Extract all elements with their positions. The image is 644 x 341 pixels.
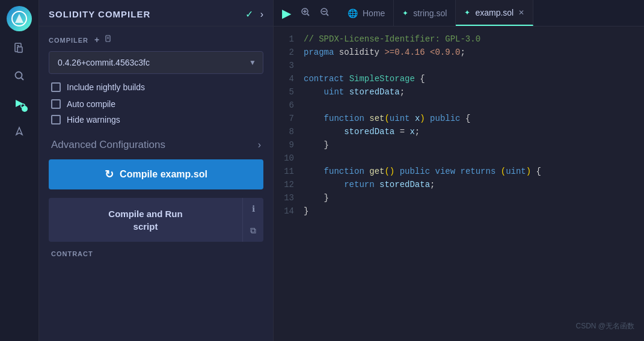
- compile-run-wrapper: Compile and Run script ℹ ⧉: [49, 198, 263, 242]
- sidebar-title: SOLIDITY COMPILER: [49, 9, 150, 19]
- icon-bar: [0, 0, 39, 341]
- line-numbers: 1234567891011121314: [274, 32, 304, 335]
- svg-marker-1: [15, 14, 23, 23]
- svg-line-16: [307, 14, 309, 16]
- compiler-label-icons: +: [94, 35, 113, 45]
- sidebar-header-icons: ✓ ›: [245, 8, 263, 20]
- compile-button[interactable]: ↻ Compile examp.sol: [49, 159, 263, 189]
- tab-examp-close-icon[interactable]: ✕: [518, 8, 524, 17]
- compile-run-actions: ℹ ⧉: [242, 198, 263, 242]
- compile-run-button[interactable]: Compile and Run script: [49, 198, 242, 242]
- tab-home-label: Home: [363, 8, 385, 18]
- compiler-label-text: COMPILER: [49, 37, 88, 44]
- sidebar-item-compiler[interactable]: [8, 93, 30, 114]
- file-compiler-icon[interactable]: [105, 35, 113, 45]
- nightly-builds-checkbox[interactable]: [51, 82, 61, 92]
- sidebar-item-search[interactable]: [8, 65, 30, 87]
- svg-line-7: [22, 78, 24, 81]
- hide-warnings-row: Hide warnings: [49, 115, 263, 124]
- compile-run-info-button[interactable]: ℹ: [243, 198, 263, 220]
- svg-point-6: [16, 72, 22, 79]
- nightly-builds-row: Include nightly builds: [49, 82, 263, 92]
- sidebar-item-deploy[interactable]: [8, 120, 30, 142]
- editor-tabs-bar: ▶ 🌐 Home ✦ st: [274, 0, 644, 26]
- copy-icon: ⧉: [250, 226, 256, 236]
- tab-string-label: string.sol: [413, 8, 447, 18]
- svg-line-20: [327, 14, 328, 16]
- compiler-label-row: COMPILER +: [49, 35, 263, 45]
- editor-toolbar: ▶: [278, 4, 333, 23]
- hide-warnings-checkbox[interactable]: [51, 115, 61, 124]
- editor-area: ▶ 🌐 Home ✦ st: [274, 0, 644, 341]
- compiler-version-wrapper: 0.4.26+commit.4563c3fc ▼: [49, 51, 263, 74]
- compile-refresh-icon: ↻: [105, 168, 114, 181]
- advanced-configurations-section[interactable]: Advanced Configurations ›: [49, 131, 263, 159]
- compile-run-copy-button[interactable]: ⧉: [243, 220, 263, 242]
- advanced-configurations-title: Advanced Configurations: [51, 139, 165, 151]
- auto-compile-checkbox[interactable]: [51, 99, 61, 109]
- tab-home[interactable]: 🌐 Home: [339, 0, 394, 26]
- tab-string-icon: ✦: [402, 9, 408, 17]
- zoom-in-icon[interactable]: [297, 5, 314, 22]
- info-icon: ℹ: [252, 204, 255, 214]
- compile-run-label: Compile and Run script: [108, 209, 182, 232]
- sidebar-panel: SOLIDITY COMPILER ✓ › COMPILER +: [39, 0, 274, 341]
- advanced-chevron-icon: ›: [258, 140, 261, 150]
- svg-marker-11: [16, 127, 22, 135]
- compile-button-label: Compile examp.sol: [120, 169, 207, 180]
- app-logo: [7, 6, 32, 31]
- auto-compile-row: Auto compile: [49, 99, 263, 109]
- svg-rect-5: [17, 47, 22, 52]
- add-compiler-icon[interactable]: +: [94, 35, 100, 45]
- watermark: CSDN @无名函数: [575, 321, 634, 331]
- tab-examp-icon: ✦: [464, 8, 470, 17]
- compiler-version-select[interactable]: 0.4.26+commit.4563c3fc: [49, 51, 263, 74]
- chevron-right-icon[interactable]: ›: [260, 9, 263, 20]
- auto-compile-label: Auto compile: [67, 99, 115, 109]
- sidebar-header: SOLIDITY COMPILER ✓ ›: [39, 0, 273, 26]
- sidebar-content: COMPILER + 0.4.26+commit.4563c3fc ▼: [39, 26, 273, 266]
- hide-warnings-label: Hide warnings: [67, 115, 120, 124]
- code-editor[interactable]: 1234567891011121314 // SPDX-License-Iden…: [274, 26, 644, 341]
- tab-home-icon: 🌐: [348, 8, 358, 18]
- code-content: // SPDX-License-Identifier: GPL-3.0pragm…: [304, 32, 644, 335]
- contract-label: CONTRACT: [49, 250, 263, 257]
- active-badge: [22, 106, 28, 112]
- tab-string-sol[interactable]: ✦ string.sol: [394, 0, 456, 26]
- run-icon[interactable]: ▶: [278, 4, 295, 23]
- zoom-out-icon[interactable]: [316, 5, 333, 22]
- tab-examp-label: examp.sol: [475, 8, 514, 17]
- tab-examp-sol[interactable]: ✦ examp.sol ✕: [456, 0, 533, 26]
- check-icon: ✓: [245, 8, 253, 20]
- sidebar-item-files[interactable]: [8, 37, 30, 59]
- nightly-builds-label: Include nightly builds: [67, 82, 145, 92]
